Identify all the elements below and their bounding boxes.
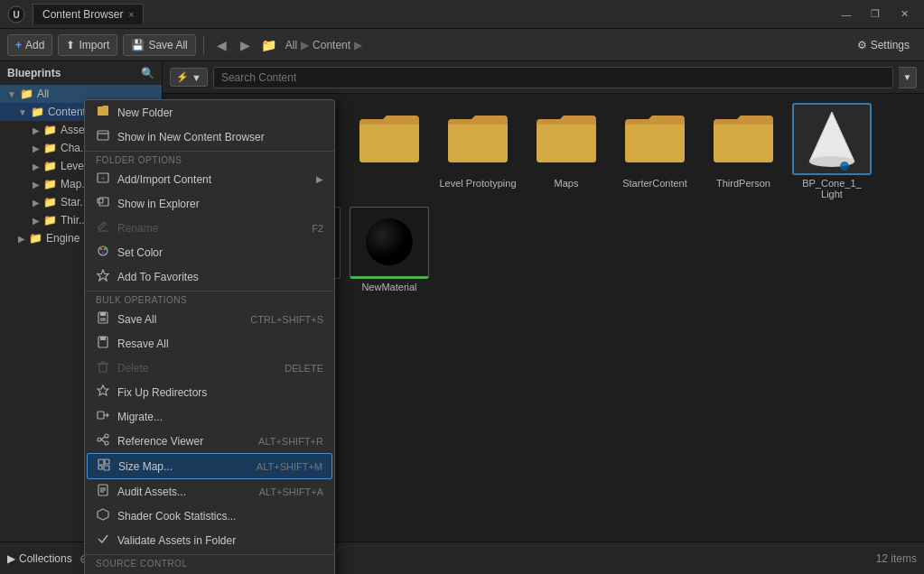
asset-label: Maps xyxy=(555,178,579,189)
close-tab-icon[interactable]: × xyxy=(128,10,134,20)
list-item[interactable]: StarterContent xyxy=(614,103,695,199)
collections-button[interactable]: ▶ Collections xyxy=(7,552,72,565)
ctx-add-import[interactable]: + Add/Import Content ▶ xyxy=(85,167,334,191)
svg-point-34 xyxy=(105,434,108,438)
content-browser-tab[interactable]: Content Browser × xyxy=(33,4,144,24)
ctx-audit-assets[interactable]: Audit Assets... ALT+SHIFT+A xyxy=(85,479,334,504)
ctx-section-source-control: SOURCE CONTROL xyxy=(85,554,334,570)
svg-line-36 xyxy=(101,437,105,440)
window-controls: — ❐ ✕ xyxy=(834,5,917,23)
asset-thumbnail xyxy=(792,103,872,175)
shortcut-label: F2 xyxy=(312,223,323,234)
save-label: Save All xyxy=(148,39,187,51)
list-item[interactable]: Level Prototyping xyxy=(437,103,518,199)
submenu-arrow-icon: ▶ xyxy=(316,174,323,184)
nav-back-button[interactable]: ◀ xyxy=(211,34,233,56)
asset-label: Level Prototyping xyxy=(440,178,517,189)
folder-icon: 📁 xyxy=(43,214,57,227)
minimize-button[interactable]: — xyxy=(834,5,859,23)
asset-thumbnail xyxy=(615,103,695,175)
ctx-add-favorites[interactable]: Add To Favorites xyxy=(85,264,334,289)
breadcrumb-all[interactable]: All xyxy=(285,39,297,51)
ctx-shader-cook[interactable]: Shader Cook Statistics... xyxy=(85,504,334,528)
arrow-icon: ▶ xyxy=(18,234,25,244)
ctx-item-label: Shader Cook Statistics... xyxy=(117,510,236,523)
list-item[interactable]: NewMaterial xyxy=(349,207,430,303)
restore-button[interactable]: ❐ xyxy=(863,5,888,23)
filter-button[interactable]: ⚡ ▼ xyxy=(170,68,208,87)
ctx-item-label: Add/Import Content xyxy=(117,173,211,186)
arrow-icon: ▼ xyxy=(7,89,16,99)
ctx-delete: Delete DELETE xyxy=(85,356,334,380)
breadcrumb-content[interactable]: Content xyxy=(313,39,350,51)
svg-point-18 xyxy=(100,248,103,251)
ctx-show-explorer[interactable]: Show in Explorer xyxy=(85,191,334,216)
close-button[interactable]: ✕ xyxy=(891,5,917,23)
folder-icon: 📁 xyxy=(43,178,57,190)
svg-point-33 xyxy=(98,438,101,441)
svg-marker-46 xyxy=(98,509,108,520)
browser-icon xyxy=(96,129,110,144)
svg-rect-14 xyxy=(98,199,103,203)
ctx-item-label: Show in New Content Browser xyxy=(117,131,265,144)
import-icon: + xyxy=(96,171,110,187)
svg-marker-2 xyxy=(809,112,854,162)
svg-point-19 xyxy=(104,248,107,251)
list-item[interactable] xyxy=(349,103,430,199)
shortcut-label: ALT+SHIFT+A xyxy=(259,486,323,497)
ctx-set-color[interactable]: Set Color xyxy=(85,240,334,264)
ctx-item-label: Delete xyxy=(117,362,149,375)
ctx-validate-assets[interactable]: Validate Assets in Folder xyxy=(85,528,334,552)
search-input[interactable] xyxy=(213,67,893,88)
nav-forward-button[interactable]: ▶ xyxy=(235,34,257,56)
item-count: 12 items xyxy=(876,552,917,565)
ctx-fix-redirectors[interactable]: Fix Up Redirectors xyxy=(85,380,334,404)
reference-icon xyxy=(96,433,110,449)
list-item[interactable]: BP_Cone_1_ Light xyxy=(791,103,873,199)
asset-thumbnail xyxy=(350,207,429,279)
collections-label: Collections xyxy=(19,552,72,565)
asset-thumbnail xyxy=(350,103,429,175)
ctx-save-all[interactable]: Save All CTRL+SHIFT+S xyxy=(85,307,334,331)
svg-rect-39 xyxy=(105,459,109,464)
shortcut-label: ALT+SHIFT+M xyxy=(257,461,322,472)
svg-point-4 xyxy=(840,162,849,171)
svg-point-20 xyxy=(102,252,105,255)
list-item[interactable]: ThirdPerson xyxy=(703,103,784,199)
list-item[interactable]: Maps xyxy=(526,103,607,199)
content-search-bar: ⚡ ▼ ▼ xyxy=(163,61,924,94)
asset-thumbnail xyxy=(527,103,606,175)
folder-icon: 📁 xyxy=(20,88,33,100)
app-logo: U xyxy=(7,5,25,23)
ctx-item-label: Size Map... xyxy=(118,460,173,473)
asset-label: BP_Cone_1_ Light xyxy=(791,178,873,199)
add-button[interactable]: + Add xyxy=(7,34,52,56)
import-button[interactable]: ⬆ Import xyxy=(58,34,117,56)
shortcut-label: ALT+SHIFT+R xyxy=(258,436,323,447)
ctx-size-map[interactable]: Size Map... ALT+SHIFT+M xyxy=(87,453,332,479)
nav-buttons: ◀ ▶ 📁 xyxy=(211,34,280,56)
ctx-reference-viewer[interactable]: Reference Viewer ALT+SHIFT+R xyxy=(85,429,334,453)
folder-icon: 📁 xyxy=(43,142,57,154)
nav-folder-button[interactable]: 📁 xyxy=(258,34,280,56)
breadcrumb-sep2: ▶ xyxy=(354,39,362,51)
ctx-new-folder[interactable]: New Folder xyxy=(85,100,334,125)
toolbar-separator xyxy=(203,36,204,54)
ctx-migrate[interactable]: Migrate... xyxy=(85,404,334,429)
search-dropdown[interactable]: ▼ xyxy=(899,67,917,88)
ctx-resave-all[interactable]: Resave All xyxy=(85,331,334,356)
save-all-icon xyxy=(96,311,110,327)
save-all-button[interactable]: 💾 Save All xyxy=(123,34,195,56)
asset-label: StarterContent xyxy=(622,178,687,189)
ctx-item-label: Show in Explorer xyxy=(117,198,200,210)
svg-rect-38 xyxy=(98,459,104,465)
sidebar-search-icon[interactable]: 🔍 xyxy=(141,67,154,79)
shortcut-label: DELETE xyxy=(285,363,323,374)
shader-icon xyxy=(96,508,110,523)
ctx-item-label: Set Color xyxy=(117,246,163,259)
asset-thumbnail xyxy=(438,103,518,175)
ctx-connect-source-control[interactable]: Connect To Source Control xyxy=(85,570,334,574)
arrow-icon: ▶ xyxy=(33,216,40,226)
settings-button[interactable]: ⚙ Settings xyxy=(850,35,917,55)
ctx-show-new-browser[interactable]: Show in New Content Browser xyxy=(85,125,334,149)
